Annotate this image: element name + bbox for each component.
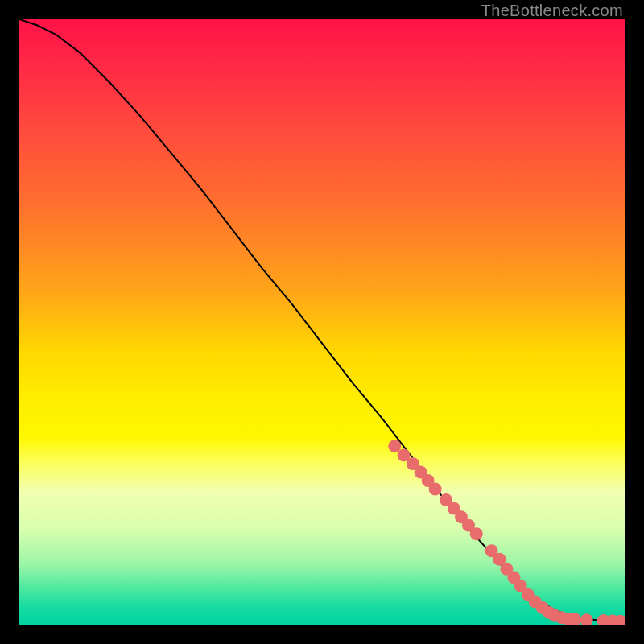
data-points: [388, 440, 625, 625]
chart-svg: [19, 19, 625, 625]
data-point: [580, 613, 593, 625]
data-point: [388, 440, 401, 452]
curve-line: [19, 19, 625, 621]
plot-area: [19, 19, 625, 625]
chart-container: TheBottleneck.com: [0, 0, 644, 644]
data-point: [429, 483, 442, 496]
data-point: [470, 527, 483, 540]
watermark-text: TheBottleneck.com: [481, 2, 623, 20]
